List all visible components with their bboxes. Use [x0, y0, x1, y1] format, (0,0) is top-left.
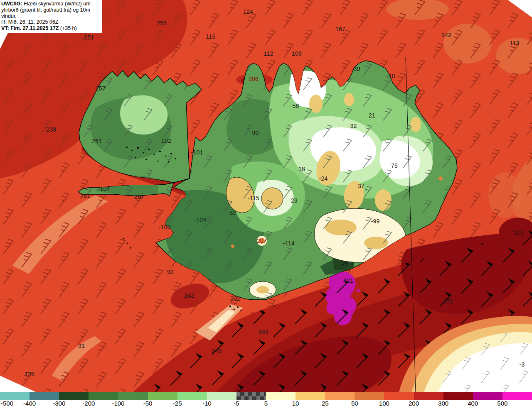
colorbar-segment — [502, 392, 532, 400]
legend-line-title: UWC/IG: Flæði skynvarma (W/m2) um — [1, 1, 100, 7]
colorbar-tick: -50 — [143, 400, 153, 406]
colorbar-segment — [443, 392, 473, 400]
colorbar-tick: 400 — [468, 400, 478, 406]
colorbar-segment — [266, 392, 296, 400]
colorbar-segment — [384, 392, 414, 400]
weather-map-app: 124256251116167142113112109206-39-40257-… — [0, 0, 532, 406]
colorbar-segment — [118, 392, 148, 400]
colorbar-segment — [148, 392, 177, 400]
colorbar-tick: 50 — [351, 400, 358, 406]
colorbar-segment — [236, 392, 266, 400]
legend-line-subtitle: yfirborð (grænt til, gul/rautt frá) og 1… — [1, 7, 100, 20]
colorbar-segment — [0, 392, 30, 400]
colorbar-tick: -400 — [23, 400, 36, 406]
weather-map — [0, 0, 532, 392]
legend-line-valid-time: VT: Fim. 27.11.2025 17Z (+35 h) — [1, 25, 100, 32]
colorbar-segment — [59, 392, 89, 400]
colorbar: -500-400-300-200-100-50-25-10-5510255010… — [0, 392, 532, 406]
colorbar-tick: 500 — [497, 400, 507, 406]
colorbar-tick: 100 — [379, 400, 389, 406]
colorbar-segment — [325, 392, 355, 400]
colorbar-tick: -500 — [1, 400, 13, 406]
colorbar-segment — [296, 392, 325, 400]
colorbar-tick: -5 — [234, 400, 239, 406]
legend-box: UWC/IG: Flæði skynvarma (W/m2) um yfirbo… — [0, 0, 102, 33]
colorbar-tick: 5 — [264, 400, 268, 406]
colorbar-tick: -200 — [82, 400, 95, 406]
colorbar-tick: 200 — [409, 400, 419, 406]
colorbar-tick: 10 — [292, 400, 299, 406]
colorbar-tick: 25 — [322, 400, 329, 406]
colorbar-tick: -25 — [173, 400, 182, 406]
colorbar-segment — [473, 392, 502, 400]
colorbar-segment — [177, 392, 207, 400]
colorbar-ticks: -500-400-300-200-100-50-25-10-5510255010… — [0, 400, 532, 406]
colorbar-segment — [30, 392, 59, 400]
colorbar-segments — [0, 392, 532, 400]
colorbar-tick: -100 — [112, 400, 124, 406]
colorbar-tick: -10 — [202, 400, 212, 406]
colorbar-segment — [414, 392, 443, 400]
colorbar-segment — [89, 392, 118, 400]
colorbar-segment — [355, 392, 384, 400]
colorbar-tick: 300 — [438, 400, 448, 406]
colorbar-tick: -300 — [53, 400, 65, 406]
colorbar-segment — [207, 392, 236, 400]
legend-line-init-time: IT: Mið. 26. 11. 2025 06Z — [1, 19, 100, 25]
